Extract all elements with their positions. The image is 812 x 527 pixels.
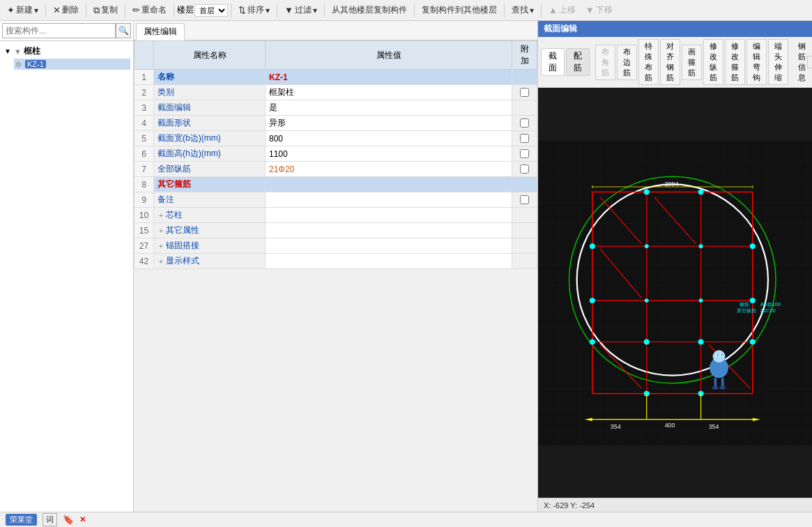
- rebar-info-select[interactable]: [807, 56, 812, 68]
- dim-400: 400: [665, 422, 675, 429]
- row-num-2: 2: [135, 85, 154, 100]
- copy-from-button[interactable]: 从其他楼层复制构件: [328, 3, 411, 17]
- prop-name-1[interactable]: 名称: [154, 70, 266, 85]
- prop-name-4[interactable]: 截面形状: [154, 116, 266, 131]
- attach-checkbox-2[interactable]: [520, 88, 529, 97]
- table-row: 8 其它箍筋: [135, 177, 537, 192]
- props-tab[interactable]: 属性编辑: [136, 23, 185, 40]
- col-name-header: 属性名称: [154, 41, 266, 70]
- svg-point-26: [698, 339, 703, 344]
- find-button[interactable]: 查找 ▾: [507, 3, 538, 17]
- floor-dropdown[interactable]: 楼层 首层: [177, 4, 228, 17]
- search-input[interactable]: [2, 23, 116, 38]
- prop-attach-9[interactable]: [512, 192, 537, 208]
- down-icon: ▼: [585, 5, 595, 15]
- cad-header: 截面编辑: [538, 21, 812, 37]
- prop-name-7[interactable]: 全部纵筋: [154, 162, 266, 177]
- prop-name-3[interactable]: 截面编辑: [154, 100, 266, 116]
- btn-edge-rebar[interactable]: 布边筋: [617, 45, 637, 80]
- btn-modify-stirrup[interactable]: 修改箍筋: [725, 39, 745, 85]
- prop-value-42: [266, 254, 512, 269]
- prop-attach-4[interactable]: [512, 116, 537, 131]
- sep10: [541, 3, 542, 17]
- svg-point-21: [750, 298, 755, 303]
- tree-area: ▼ ▼ 框柱 ⚙ KZ-1: [0, 41, 133, 512]
- prop-value-1[interactable]: KZ-1: [266, 70, 512, 85]
- component-badge: KZ-1: [25, 60, 46, 68]
- attach-checkbox-4[interactable]: [520, 119, 529, 128]
- status-bookmark[interactable]: 🔖: [63, 514, 74, 525]
- table-row: 1 名称 KZ-1: [135, 70, 537, 85]
- btn-special-rebar[interactable]: 特殊布筋: [638, 39, 659, 85]
- prop-name-27[interactable]: ＋ 锚固搭接: [154, 238, 266, 254]
- prop-value-8[interactable]: [266, 177, 512, 192]
- col-attach-header: 附加: [512, 41, 537, 70]
- row-num-4: 4: [135, 116, 154, 131]
- attach-checkbox-7[interactable]: [520, 165, 529, 174]
- attach-checkbox-5[interactable]: [520, 134, 529, 143]
- prop-attach-7[interactable]: [512, 162, 537, 177]
- left-panel: 🔍 ▼ ▼ 框柱 ⚙ KZ-1: [0, 21, 134, 512]
- prop-attach-2[interactable]: [512, 85, 537, 100]
- btn-edit-hook[interactable]: 编辑弯钩: [746, 39, 767, 85]
- props-table: 属性名称 属性值 附加 1 名称 KZ-1: [134, 40, 537, 269]
- status-logo[interactable]: 荣莱堂: [6, 514, 37, 526]
- floor-select[interactable]: 首层: [194, 4, 228, 17]
- prop-name-6[interactable]: 截面高(h边)(mm): [154, 146, 266, 162]
- prop-attach-42: [512, 254, 537, 269]
- copy-to-button[interactable]: 复制构件到其他楼层: [418, 3, 501, 17]
- delete-button[interactable]: ✕ 删除: [49, 3, 83, 17]
- content-area: 🔍 ▼ ▼ 框柱 ⚙ KZ-1 属性编辑: [0, 21, 812, 512]
- prop-name-2[interactable]: 类别: [154, 85, 266, 100]
- prop-value-6[interactable]: 1100: [266, 146, 512, 162]
- filter-button[interactable]: ▼ 过滤 ▾: [280, 3, 321, 17]
- copy-button[interactable]: ⧉ 复制: [89, 3, 122, 17]
- attach-checkbox-9[interactable]: [520, 195, 529, 204]
- status-close-button[interactable]: ✕: [79, 515, 86, 524]
- cad-canvas[interactable]: 2094 354 354 400 箍筋 其它纵筋 A8@100 21C20: [538, 88, 812, 498]
- prop-name-8[interactable]: 其它箍筋: [154, 177, 266, 192]
- row-num-7: 7: [135, 162, 154, 177]
- cad-tab-rebar[interactable]: 配筋: [566, 48, 590, 76]
- btn-corner-rebar[interactable]: 布角筋: [595, 45, 615, 80]
- status-word[interactable]: 词: [43, 513, 57, 526]
- prop-value-2[interactable]: 框架柱: [266, 85, 512, 100]
- down-button[interactable]: ▼ 下移: [581, 3, 617, 17]
- prop-name-10[interactable]: ＋ 芯柱: [154, 208, 266, 223]
- tree-child-kz1[interactable]: ⚙ KZ-1: [14, 59, 130, 70]
- svg-point-17: [590, 339, 595, 344]
- btn-align-rebar[interactable]: 对齐钢筋: [660, 39, 680, 85]
- sep6: [277, 3, 277, 17]
- prop-name-9[interactable]: 备注: [154, 192, 266, 208]
- sort-dropdown-icon: ▾: [266, 6, 270, 15]
- rename-button[interactable]: ✏ 重命名: [128, 3, 171, 17]
- row-num-5: 5: [135, 131, 154, 146]
- prop-value-7[interactable]: 21Φ20: [266, 162, 512, 177]
- tree-expand-icon: ▼: [4, 47, 14, 55]
- row-num-1: 1: [135, 70, 154, 85]
- prop-name-15[interactable]: ＋ 其它属性: [154, 223, 266, 238]
- cad-tab-section[interactable]: 截面: [541, 48, 565, 76]
- prop-name-5[interactable]: 截面宽(b边)(mm): [154, 131, 266, 146]
- btn-modify-rebar[interactable]: 修改纵筋: [703, 39, 723, 85]
- up-button[interactable]: ▲ 上移: [544, 3, 580, 17]
- prop-value-9[interactable]: [266, 192, 512, 208]
- prop-value-4[interactable]: 异形: [266, 116, 512, 131]
- filter-dropdown-icon: ▾: [313, 6, 317, 15]
- prop-attach-5[interactable]: [512, 131, 537, 146]
- svg-point-15: [590, 244, 595, 249]
- row-num-9: 9: [135, 192, 154, 208]
- tree-root[interactable]: ▼ ▼ 框柱: [3, 44, 130, 59]
- btn-draw-rebar[interactable]: 画箍筋: [682, 45, 702, 80]
- sort-button[interactable]: ⇅ 排序 ▾: [234, 3, 274, 17]
- prop-attach-6[interactable]: [512, 146, 537, 162]
- prop-name-42[interactable]: ＋ 显示样式: [154, 254, 266, 269]
- new-button[interactable]: ✦ 新建 ▾: [3, 3, 43, 17]
- svg-point-47: [712, 386, 719, 389]
- search-button[interactable]: 🔍: [116, 23, 131, 38]
- btn-head-extend[interactable]: 端头伸缩: [768, 39, 788, 85]
- prop-value-3[interactable]: 是: [266, 100, 512, 116]
- attach-checkbox-6[interactable]: [520, 149, 529, 158]
- row-num-15: 15: [135, 223, 154, 238]
- prop-value-5[interactable]: 800: [266, 131, 512, 146]
